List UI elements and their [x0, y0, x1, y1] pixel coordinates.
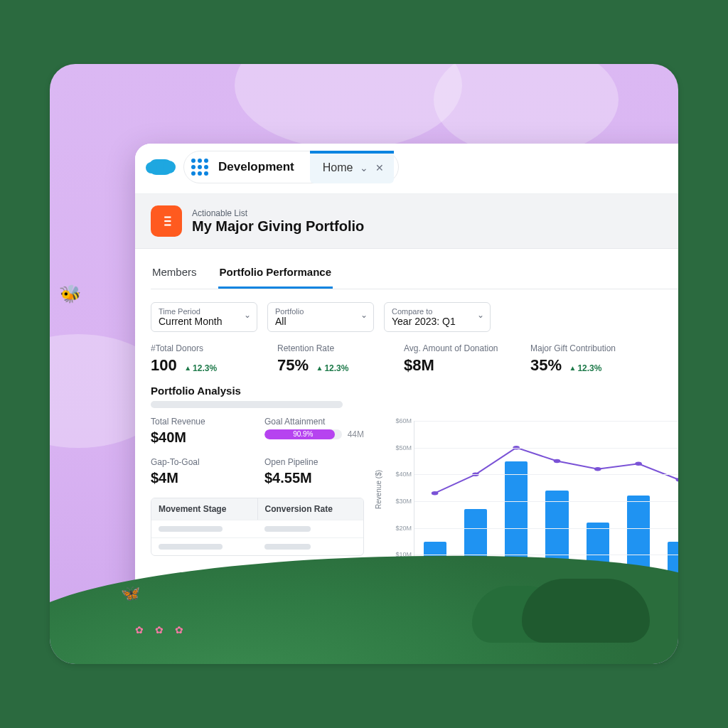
section-title: Portfolio Analysis — [151, 385, 678, 397]
app-name: Development — [218, 160, 300, 174]
table-row — [151, 520, 363, 537]
metric-goal-attainment: Goal Attainment 90.9% 44M — [264, 417, 364, 446]
kpi-major-gift: Major Gift Contribution 35% ▲12.3% — [530, 343, 630, 375]
delta-up: ▲12.3% — [316, 363, 349, 373]
page-subtitle: Actionable List — [192, 208, 364, 218]
delta-up: ▲12.3% — [184, 363, 217, 373]
close-icon[interactable]: ✕ — [375, 162, 384, 173]
scrollbar[interactable] — [151, 401, 343, 408]
nav-pill: Development Home ⌄ ✕ — [183, 151, 399, 183]
kpi-total-donors: #Total Donors 100 ▲12.3% — [151, 343, 250, 375]
chevron-down-icon: ⌄ — [244, 310, 251, 320]
svg-point-10 — [594, 467, 601, 471]
tab-label: Home — [323, 161, 353, 174]
filter-row: Time Period Current Month ⌄ Portfolio Al… — [151, 302, 678, 332]
svg-point-9 — [554, 459, 561, 463]
chevron-down-icon: ⌄ — [360, 310, 368, 320]
delta-up: ▲12.3% — [569, 363, 602, 373]
svg-point-6 — [432, 491, 439, 495]
illustration-card: 🐝 Development Home ⌄ ✕ — [50, 64, 678, 664]
filter-time-period[interactable]: Time Period Current Month ⌄ — [151, 302, 257, 332]
goal-progress: 90.9% — [264, 429, 342, 439]
filter-compare-to[interactable]: Compare to Year 2023: Q1 ⌄ — [384, 302, 491, 332]
col-conversion-rate[interactable]: Conversion Rate — [258, 498, 364, 520]
bush-decor — [522, 579, 650, 643]
app-launcher-icon[interactable] — [191, 159, 208, 176]
page-title: My Major Giving Portfolio — [192, 218, 364, 235]
butterfly-icon: 🦋 — [121, 584, 140, 603]
cloud-decor — [434, 64, 619, 156]
metric-gap-to-goal: Gap-To-Goal $4M — [151, 457, 250, 486]
actionable-list-icon — [151, 205, 182, 237]
bee-icon: 🐝 — [58, 283, 82, 306]
svg-point-11 — [635, 462, 642, 466]
chevron-down-icon: ⌄ — [477, 310, 484, 320]
metric-open-pipeline: Open Pipeline $4.55M — [264, 457, 364, 486]
metric-total-revenue: Total Revenue $40M — [151, 417, 250, 446]
app-window: Development Home ⌄ ✕ Actionable List My … — [135, 144, 678, 623]
kpi-row: #Total Donors 100 ▲12.3% Retention Rate … — [151, 343, 678, 375]
tab-home[interactable]: Home ⌄ ✕ — [310, 151, 395, 183]
page-header: Actionable List My Major Giving Portfoli… — [135, 194, 678, 249]
movement-stage-table: Movement Stage Conversion Rate — [151, 498, 364, 556]
flowers-decor: ✿ ✿ ✿ — [135, 624, 188, 636]
salesforce-logo-icon — [145, 151, 176, 183]
tab-portfolio-performance[interactable]: Portfolio Performance — [218, 257, 333, 289]
col-movement-stage[interactable]: Movement Stage — [151, 498, 258, 520]
top-bar: Development Home ⌄ ✕ — [135, 144, 678, 194]
kpi-avg-donation: Avg. Amount of Donation $8M — [404, 343, 503, 375]
cloud-decor — [235, 64, 462, 149]
chart-y-label: Revenue ($) — [375, 470, 382, 509]
chevron-down-icon[interactable]: ⌄ — [360, 162, 368, 173]
kpi-retention-rate: Retention Rate 75% ▲12.3% — [277, 343, 377, 375]
tab-members[interactable]: Members — [151, 257, 198, 289]
table-row — [151, 537, 363, 555]
filter-portfolio[interactable]: Portfolio All ⌄ — [267, 302, 374, 332]
content-tabs: Members Portfolio Performance — [151, 257, 678, 289]
